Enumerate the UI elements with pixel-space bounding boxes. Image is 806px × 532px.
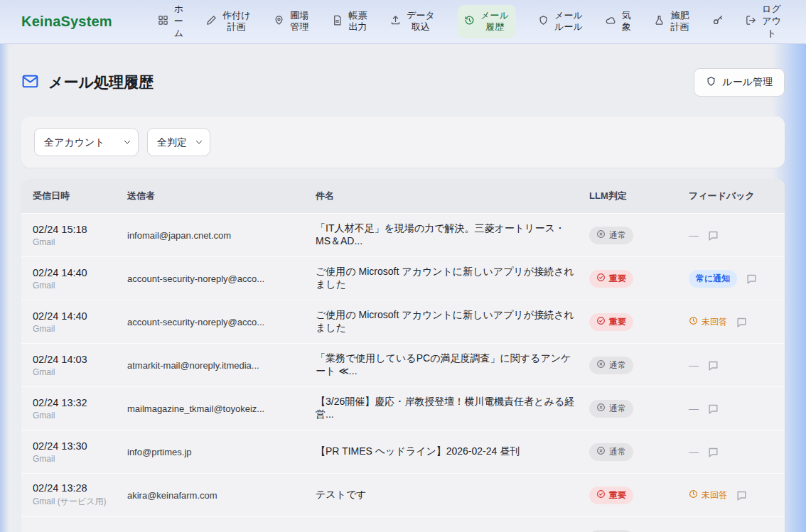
- history-icon: [464, 15, 475, 28]
- subject: 【3/26開催】慶応・岸教授登壇！横川電機責任者とみる経営...: [316, 396, 589, 421]
- judgement-badge: 重要: [589, 487, 633, 504]
- sender: info@prtimes.jp: [127, 447, 316, 457]
- main-content: メール処理履歴 ルール管理 全アカウント 全判定 受信日時 送信者 件名 LLM…: [0, 68, 806, 532]
- comment-bubble-icon[interactable]: [707, 359, 719, 371]
- nav-item-label: データ取込: [406, 10, 436, 34]
- comment-bubble-icon[interactable]: [736, 316, 748, 328]
- table-row[interactable]: 02/24 12:10 digital@kochinews.jp 四万十福祉専門…: [21, 516, 785, 532]
- subject: ご使用の Microsoft アカウントに新しいアプリが接続されました: [316, 266, 589, 291]
- password-key-button[interactable]: [712, 14, 724, 28]
- nav-item-planting-plan[interactable]: 作付け計画: [206, 10, 252, 34]
- col-header-sender: 送信者: [127, 190, 316, 202]
- sender: mailmagazine_tkmail@toyokeiz...: [127, 403, 316, 414]
- key-icon: [712, 14, 724, 28]
- feedback-value: —: [689, 403, 699, 414]
- clock-icon: [689, 489, 698, 501]
- received-datetime: 02/24 13:30: [33, 440, 127, 452]
- judgement-badge: 通常: [589, 400, 633, 418]
- account-label: Gmail: [33, 281, 127, 291]
- feedback-status: 未回答: [689, 489, 727, 501]
- table-row[interactable]: 02/24 14:40Gmail account-security-norepl…: [21, 300, 785, 343]
- sender: infomail@japan.cnet.com: [127, 230, 316, 241]
- circle-x-icon: [596, 403, 606, 414]
- subject: 「業務で使用しているPCの満足度調査」に関するアンケート ≪...: [316, 352, 589, 378]
- col-header-llm-judgement: LLM判定: [589, 190, 689, 202]
- account-label: Gmail: [33, 454, 127, 464]
- feedback-value: —: [689, 229, 699, 241]
- flask-icon: [654, 15, 665, 28]
- logout-icon: [746, 15, 756, 28]
- nav-item-label: 圃場管理: [289, 10, 310, 34]
- sender: akira@keinafarm.com: [127, 490, 316, 501]
- nav-item-logout[interactable]: ログアウト: [746, 4, 782, 40]
- comment-bubble-icon[interactable]: [707, 403, 719, 415]
- circle-check-icon: [596, 489, 606, 501]
- sender: account-security-noreply@acco...: [127, 273, 316, 284]
- subject: 「IT人材不足」を現場の力で解決。三菱オートリース・MS＆AD...: [316, 222, 589, 248]
- judgement-badge: 通常: [589, 443, 633, 461]
- account-label: Gmail: [33, 367, 127, 377]
- nav-item-label: メール履歴: [480, 10, 510, 34]
- nav-item-mail-history[interactable]: メール履歴: [458, 5, 516, 39]
- table-row[interactable]: 02/24 13:28Gmail (サービス用) akira@keinafarm…: [21, 473, 785, 516]
- map-pin-icon: [274, 15, 284, 28]
- account-label: Gmail: [33, 324, 127, 334]
- main-nav: ホーム 作付け計画 圃場管理 帳票出力 データ取込 メール履歴 メールルール: [158, 4, 782, 40]
- subject: テストです: [316, 489, 589, 501]
- nav-item-home[interactable]: ホーム: [158, 4, 184, 40]
- mail-history-table: 受信日時 送信者 件名 LLM判定 フィードバック 02/24 15:18Gma…: [21, 179, 785, 532]
- judgement-badge: 重要: [589, 313, 633, 331]
- judgement-badge: 通常: [589, 530, 633, 532]
- comment-bubble-icon[interactable]: [707, 229, 719, 241]
- mail-icon: [21, 72, 39, 93]
- page-header: メール処理履歴 ルール管理: [21, 68, 785, 97]
- circle-x-icon: [596, 446, 606, 457]
- comment-bubble-icon[interactable]: [707, 446, 719, 458]
- account-label: Gmail: [33, 237, 127, 247]
- nav-item-weather[interactable]: 気象: [606, 10, 632, 34]
- table-row[interactable]: 02/24 15:18Gmail infomail@japan.cnet.com…: [21, 213, 785, 256]
- feedback-status: 未回答: [689, 316, 727, 328]
- received-datetime: 02/24 13:28: [33, 482, 127, 494]
- nav-item-field-management[interactable]: 圃場管理: [274, 10, 310, 34]
- page-title: メール処理履歴: [48, 72, 154, 92]
- judgement-badge: 重要: [589, 270, 633, 288]
- nav-item-label: 施肥計画: [670, 10, 690, 34]
- table-row[interactable]: 02/24 14:03Gmail atmarkit-mail@noreply.i…: [21, 343, 785, 386]
- received-datetime: 02/24 14:40: [33, 310, 127, 322]
- nav-item-fertilizer-plan[interactable]: 施肥計画: [654, 10, 690, 34]
- nav-item-label: 気象: [621, 10, 632, 34]
- comment-bubble-icon[interactable]: [736, 489, 748, 501]
- top-navigation: KeinaSystem ホーム 作付け計画 圃場管理 帳票出力 データ取込 メー…: [0, 0, 806, 44]
- dashboard-icon: [158, 15, 168, 28]
- judgement-filter-select[interactable]: 全判定: [147, 128, 210, 156]
- account-filter-select[interactable]: 全アカウント: [34, 128, 139, 156]
- table-row[interactable]: 02/24 13:32Gmail mailmagazine_tkmail@toy…: [21, 386, 785, 430]
- rule-management-button[interactable]: ルール管理: [694, 68, 785, 97]
- table-row[interactable]: 02/24 13:30Gmail info@prtimes.jp 【PR TIM…: [21, 430, 785, 473]
- table-row[interactable]: 02/24 14:40Gmail account-security-norepl…: [21, 256, 785, 300]
- nav-item-label: 作付け計画: [222, 10, 252, 34]
- upload-icon: [390, 15, 401, 28]
- received-datetime: 02/24 13:32: [33, 397, 127, 408]
- shield-icon: [706, 76, 716, 89]
- col-header-subject: 件名: [316, 190, 589, 202]
- feedback-value: —: [689, 359, 699, 371]
- judgement-badge: 通常: [589, 227, 633, 244]
- nav-item-label: 帳票出力: [348, 10, 368, 34]
- shield-icon: [538, 15, 549, 28]
- comment-bubble-icon[interactable]: [746, 273, 758, 285]
- feedback-badge: 常に通知: [689, 270, 737, 288]
- account-label: Gmail (サービス用): [33, 496, 127, 508]
- circle-check-icon: [596, 273, 606, 284]
- received-datetime: 02/24 14:40: [33, 267, 127, 278]
- subject: 【PR TIMES ヘッドライン】2026-02-24 昼刊: [316, 445, 589, 458]
- nav-item-report-output[interactable]: 帳票出力: [332, 10, 368, 34]
- clock-icon: [689, 316, 698, 327]
- judgement-badge: 通常: [589, 357, 633, 374]
- account-label: Gmail: [33, 411, 127, 420]
- nav-item-data-import[interactable]: データ取込: [390, 10, 436, 34]
- nav-item-label: メールルール: [554, 10, 584, 34]
- circle-x-icon: [596, 229, 606, 241]
- nav-item-mail-rules[interactable]: メールルール: [538, 10, 584, 34]
